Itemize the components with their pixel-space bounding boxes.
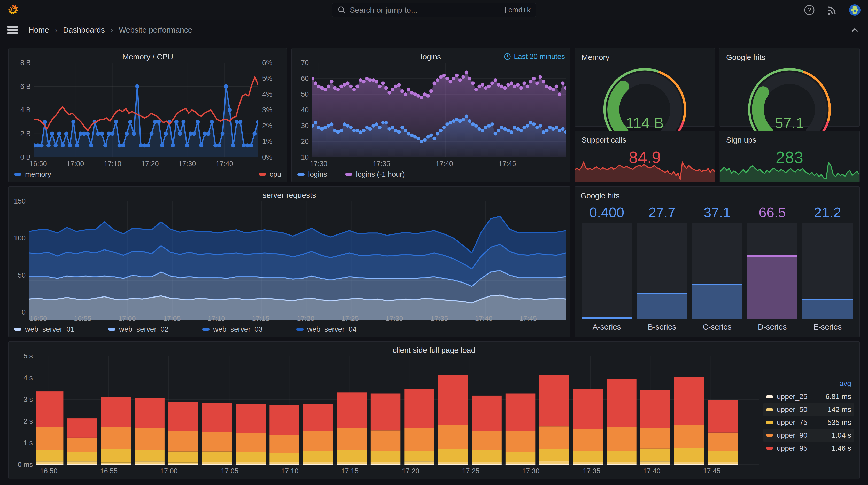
legend-item-logins-1hour[interactable]: logins (-1 hour) — [345, 170, 405, 179]
grafana-logo[interactable] — [7, 4, 19, 16]
legend-value: 535 ms — [828, 418, 851, 427]
legend-item-upper-75[interactable]: upper_75 535 ms — [764, 416, 854, 429]
panel-title[interactable]: logins — [421, 53, 441, 61]
legend-item-logins[interactable]: logins — [297, 170, 327, 179]
x-axis: 16:5017:0017:1017:2017:3017:40 — [34, 157, 258, 168]
legend-item-cpu[interactable]: cpu — [259, 170, 281, 179]
bar-gauge-fill — [747, 255, 798, 319]
panel-time-range[interactable]: Last 20 minutes — [503, 53, 565, 61]
panel-google-hits-bars: Google hits 0.400A-series27.7B-series37.… — [575, 187, 860, 337]
panel-memory-cpu: Memory / CPU 0 B2 B4 B6 B8 B 0%1%2%3%4%5… — [8, 48, 287, 182]
search-input[interactable]: Search or jump to... cmd+k — [332, 3, 536, 17]
bar-segment-upper_90 — [404, 428, 434, 451]
y-axis-left: 0 B2 B4 B6 B8 B — [13, 63, 34, 157]
bar-segment-upper_90 — [168, 431, 198, 452]
bar-gauge-fill — [692, 284, 742, 319]
legend-label: web_server_03 — [213, 325, 262, 333]
bar-gauge-track — [692, 223, 742, 319]
panel-title[interactable]: Google hits — [724, 51, 854, 62]
bar-segment-upper_50 — [270, 462, 300, 464]
bar-segment-upper_50 — [607, 462, 637, 464]
legend-item-web_server_04[interactable]: web_server_04 — [296, 325, 390, 333]
y-axis-tick: 6% — [262, 59, 272, 67]
bar-segment-upper_75 — [168, 452, 198, 462]
chevron-right-icon: › — [55, 26, 57, 34]
x-axis-tick: 17:00 — [118, 315, 136, 323]
server-requests-chart — [29, 201, 566, 312]
panel-title[interactable]: Memory / CPU — [122, 53, 173, 61]
y-axis-tick: 40 — [301, 106, 309, 114]
bar-segment-upper_50 — [67, 461, 97, 463]
bar-segment-upper_90 — [202, 432, 232, 452]
bar-segment-upper_90 — [438, 425, 468, 449]
bar-segment-upper_95 — [539, 375, 569, 426]
bar-gauge-track — [747, 223, 798, 319]
legend-item-web_server_01[interactable]: web_server_01 — [14, 325, 108, 333]
legend-item-upper-95[interactable]: upper_95 1.46 s — [764, 442, 854, 455]
bar-segment-upper_90 — [607, 427, 637, 451]
bar-segment-upper_75 — [67, 452, 97, 461]
bar-segment-upper_95 — [36, 391, 63, 427]
legend-label: cpu — [270, 170, 281, 179]
legend-column-avg[interactable]: avg — [840, 379, 851, 387]
bar-segment-upper_95 — [438, 375, 468, 425]
breadcrumb: Home › Dashboards › Website performance — [28, 26, 192, 34]
legend-item-upper-50[interactable]: upper_50 142 ms — [764, 403, 854, 416]
search-icon — [337, 6, 346, 14]
breadcrumb-home[interactable]: Home — [28, 26, 49, 34]
panel-title[interactable]: server requests — [263, 191, 316, 200]
bar-segment-upper_75 — [236, 452, 266, 462]
panel-title[interactable]: Sign ups — [724, 133, 854, 144]
legend-item-upper-25[interactable]: upper_25 6.81 ms — [764, 390, 854, 403]
help-icon[interactable]: ? — [803, 4, 815, 16]
panel-title[interactable]: Support calls — [580, 133, 710, 144]
legend-label: web_server_04 — [307, 325, 356, 333]
x-axis-tick: 17:30 — [310, 160, 328, 168]
panel-sign-ups: Sign ups 283 — [719, 131, 860, 182]
series-color-swatch — [345, 173, 352, 175]
svg-text:?: ? — [808, 6, 811, 13]
bar-gauge-label: A-series — [582, 319, 632, 332]
legend-item-memory[interactable]: memory — [14, 170, 51, 179]
series-color-swatch — [766, 421, 773, 424]
breadcrumb-current: Website performance — [119, 26, 192, 34]
user-avatar[interactable] — [849, 4, 861, 16]
legend-label: upper_95 — [777, 444, 828, 452]
memory-gauge: 114 B — [580, 62, 710, 139]
series-color-swatch — [766, 408, 773, 411]
bar-segment-upper_90 — [472, 430, 502, 450]
news-rss-icon[interactable] — [826, 4, 838, 16]
legend-label: upper_90 — [777, 431, 828, 440]
y-axis-tick: 5 s — [24, 352, 33, 360]
panel-title[interactable]: Google hits — [579, 189, 855, 200]
series-color-swatch — [202, 328, 210, 330]
series-color-swatch — [766, 395, 773, 398]
bar-segment-upper_50 — [708, 462, 738, 464]
bar-segment-upper_90 — [674, 425, 704, 448]
legend-item-web_server_03[interactable]: web_server_03 — [202, 325, 296, 333]
bar-gauge: 0.400A-series27.7B-series37.1C-series66.… — [579, 200, 855, 334]
panel-title[interactable]: client side full page load — [393, 346, 475, 355]
bar-gauge-value: 21.2 — [802, 204, 853, 223]
legend-item-web_server_02[interactable]: web_server_02 — [108, 325, 202, 333]
x-axis-tick: 17:40 — [475, 315, 493, 323]
y-axis-tick: 1 s — [24, 439, 33, 447]
chart-legend: avg upper_25 6.81 ms upper_50 142 ms upp… — [764, 378, 854, 464]
legend-item-upper-90[interactable]: upper_90 1.04 s — [764, 429, 854, 442]
bar-segment-upper_50 — [472, 462, 502, 464]
bar-segment-upper_95 — [168, 402, 198, 431]
x-axis-tick: 17:35 — [583, 467, 600, 475]
bar-segment-upper_75 — [371, 451, 401, 462]
menu-icon[interactable] — [7, 26, 18, 34]
chevron-right-icon: › — [111, 26, 113, 34]
dashboard-grid: Memory / CPU 0 B2 B4 B6 B8 B 0%1%2%3%4%5… — [0, 40, 868, 485]
x-axis-tick: 17:30 — [522, 467, 540, 475]
breadcrumb-dashboards[interactable]: Dashboards — [63, 26, 105, 34]
bar-gauge-item-E-series: 21.2E-series — [802, 204, 853, 332]
y-axis-tick: 70 — [301, 59, 309, 67]
collapse-chevron-up-icon[interactable] — [849, 24, 861, 36]
x-axis: 16:5016:5517:0017:0517:1017:1517:2017:25… — [36, 464, 760, 476]
panel-title[interactable]: Memory — [580, 51, 710, 62]
legend-value: 1.04 s — [832, 431, 851, 440]
x-axis-tick: 17:25 — [462, 467, 479, 475]
